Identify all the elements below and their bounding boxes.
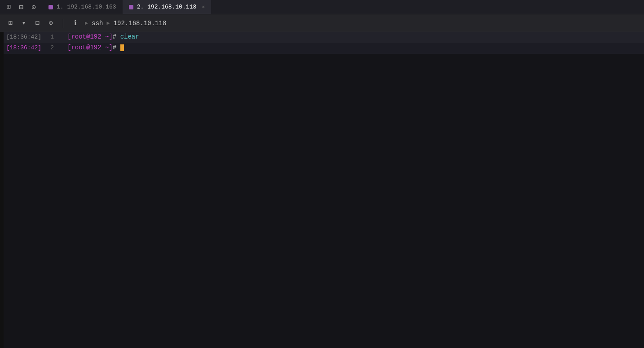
breadcrumb-host: 192.168.10.118 (114, 20, 167, 27)
line-2-prompt: [root@192 ~] (67, 44, 113, 51)
split-pane-icon[interactable]: ⊟ (31, 17, 43, 29)
line-1-num: 1 (45, 34, 63, 40)
tab-1-label: 1. 192.168.10.163 (57, 4, 116, 10)
breadcrumb-arrow-2: ▶ (106, 20, 110, 26)
left-gutter (0, 32, 4, 348)
terminal-line-2: [18:36:42] 2 [root@192 ~]# (0, 43, 644, 54)
line-1-hash: # (113, 33, 116, 40)
line-1-command: clear (120, 33, 139, 40)
tab-1-indicator (49, 5, 53, 9)
line-2-hash: # (113, 44, 116, 51)
tab-2-indicator (129, 5, 133, 9)
toolbar-divider (63, 19, 63, 28)
tab-2-label: 2. 192.168.10.118 (137, 4, 197, 10)
line-2-time: [18:36:42] (0, 44, 45, 51)
settings-gear-icon[interactable]: ⊙ (45, 17, 57, 29)
grid-icon[interactable]: ⊞ (3, 1, 14, 13)
dropdown-icon[interactable]: ▾ (18, 17, 30, 29)
line-2-content: [root@192 ~]# (63, 44, 644, 51)
terminal[interactable]: [18:36:42] 1 [root@192 ~]# clear [18:36:… (0, 32, 644, 348)
terminal-line-1: [18:36:42] 1 [root@192 ~]# clear (0, 32, 644, 43)
new-tab-icon[interactable]: ⊟ (15, 1, 27, 13)
toolbar: ⊞ ▾ ⊟ ⊙ ℹ ▶ ssh ▶ 192.168.10.118 (0, 14, 644, 32)
breadcrumb: ℹ ▶ ssh ▶ 192.168.10.118 (70, 17, 166, 29)
breadcrumb-arrow-1: ▶ (85, 20, 88, 26)
split-icon[interactable]: ⊙ (28, 1, 40, 13)
line-1-content: [root@192 ~]# clear (63, 33, 644, 40)
info-icon[interactable]: ℹ (70, 17, 81, 29)
tab-2-close[interactable]: ✕ (202, 4, 205, 10)
line-2-num: 2 (45, 44, 63, 51)
line-1-prompt: [root@192 ~] (67, 33, 113, 40)
terminal-cursor (120, 44, 124, 51)
breadcrumb-ssh: ssh (92, 20, 103, 27)
new-session-icon[interactable]: ⊞ (4, 17, 16, 29)
tab-bar: ⊞ ⊟ ⊙ 1. 192.168.10.163 2. 192.168.10.11… (0, 0, 644, 14)
tab-1[interactable]: 1. 192.168.10.163 (42, 0, 123, 14)
tab-2[interactable]: 2. 192.168.10.118 ✕ (123, 0, 212, 14)
line-1-time: [18:36:42] (0, 34, 45, 40)
